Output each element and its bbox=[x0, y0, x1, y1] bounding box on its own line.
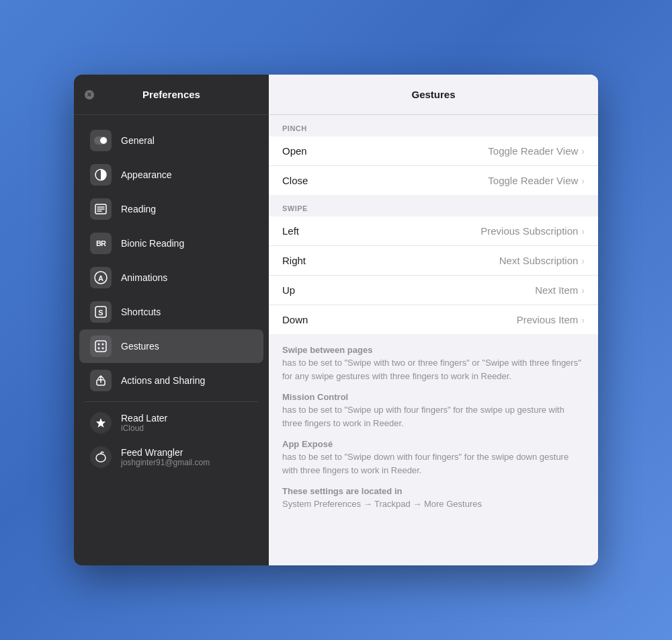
svg-text:S: S bbox=[98, 309, 103, 317]
sidebar-header: ✕ Preferences bbox=[74, 75, 269, 115]
sidebar-item-actions-sharing[interactable]: Actions and Sharing bbox=[79, 364, 263, 397]
main-header: Gestures bbox=[269, 75, 598, 115]
info-title-2: App Exposé bbox=[282, 439, 585, 449]
sidebar-item-feed-wrangler[interactable]: Feed Wrangler joshginter91@gmail.com bbox=[79, 440, 263, 474]
swipe-right-row[interactable]: Right Next Subscription › bbox=[269, 246, 598, 276]
info-text-0: has to be set to "Swipe with two or thre… bbox=[282, 356, 585, 383]
feed-wrangler-sublabel: joshginter91@gmail.com bbox=[121, 458, 210, 467]
sidebar-item-animations[interactable]: A Animations bbox=[79, 261, 263, 294]
sidebar-title: Preferences bbox=[103, 89, 239, 100]
swipe-up-value: Next Item › bbox=[535, 284, 585, 296]
swipe-right-chevron: › bbox=[581, 255, 585, 266]
info-text-2: has to be set to "Swipe down with four f… bbox=[282, 450, 585, 477]
feed-wrangler-label: Feed Wrangler bbox=[121, 447, 210, 458]
actions-sharing-label: Actions and Sharing bbox=[121, 375, 205, 386]
svg-rect-11 bbox=[95, 341, 106, 352]
swipe-rows-group: Left Previous Subscription › Right Next … bbox=[269, 216, 598, 334]
main-content: Gestures PINCH Open Toggle Reader View ›… bbox=[269, 75, 598, 565]
sidebar-item-reading[interactable]: Reading bbox=[79, 192, 263, 226]
info-block-3: These settings are located in System Pre… bbox=[282, 486, 585, 511]
reading-label: Reading bbox=[121, 204, 156, 214]
swipe-right-label: Right bbox=[282, 255, 306, 266]
info-text-1: has to be set to "Swipe up with four fin… bbox=[282, 403, 585, 430]
bionic-reading-icon: BR bbox=[90, 233, 112, 254]
svg-point-18 bbox=[96, 454, 106, 462]
sidebar-nav: General Appearance bbox=[74, 115, 269, 565]
svg-text:A: A bbox=[98, 274, 103, 282]
actions-sharing-icon bbox=[90, 370, 112, 391]
swipe-left-value: Previous Subscription › bbox=[480, 225, 585, 237]
swipe-left-row[interactable]: Left Previous Subscription › bbox=[269, 216, 598, 246]
preferences-window: ✕ Preferences General bbox=[74, 75, 598, 565]
gestures-label: Gestures bbox=[121, 341, 159, 352]
info-block-1: Mission Control has to be set to "Swipe … bbox=[282, 392, 585, 430]
svg-marker-17 bbox=[96, 418, 106, 428]
content-area: PINCH Open Toggle Reader View › Close To… bbox=[269, 115, 598, 565]
swipe-section-label: SWIPE bbox=[269, 195, 598, 216]
gestures-icon bbox=[90, 335, 112, 357]
swipe-down-value: Previous Item › bbox=[517, 314, 585, 325]
read-later-sublabel: iCloud bbox=[121, 424, 167, 433]
info-text-3: System Preferences → Trackpad → More Ges… bbox=[282, 497, 585, 511]
shortcuts-label: Shortcuts bbox=[121, 307, 161, 317]
shortcuts-icon: S bbox=[90, 301, 112, 323]
pinch-open-row[interactable]: Open Toggle Reader View › bbox=[269, 136, 598, 166]
sidebar-divider bbox=[85, 401, 258, 402]
general-icon bbox=[90, 130, 112, 151]
pinch-rows-group: Open Toggle Reader View › Close Toggle R… bbox=[269, 136, 598, 195]
info-title-1: Mission Control bbox=[282, 392, 585, 402]
swipe-left-chevron: › bbox=[581, 226, 585, 237]
svg-point-1 bbox=[100, 137, 107, 144]
animations-icon: A bbox=[90, 267, 112, 288]
main-title: Gestures bbox=[411, 89, 455, 100]
info-title-0: Swipe between pages bbox=[282, 345, 585, 355]
info-block-2: App Exposé has to be set to "Swipe down … bbox=[282, 439, 585, 477]
appearance-icon bbox=[90, 164, 112, 186]
swipe-right-value: Next Subscription › bbox=[499, 255, 585, 266]
pinch-open-chevron: › bbox=[581, 146, 585, 157]
swipe-up-label: Up bbox=[282, 284, 295, 296]
pinch-close-chevron: › bbox=[581, 175, 585, 186]
swipe-up-row[interactable]: Up Next Item › bbox=[269, 276, 598, 305]
sidebar-item-general[interactable]: General bbox=[79, 124, 263, 157]
animations-label: Animations bbox=[121, 272, 167, 283]
sidebar-item-appearance[interactable]: Appearance bbox=[79, 158, 263, 192]
read-later-icon bbox=[90, 412, 112, 434]
read-later-label: Read Later bbox=[121, 413, 167, 424]
sidebar-item-gestures[interactable]: Gestures bbox=[79, 329, 263, 363]
svg-point-12 bbox=[98, 344, 100, 346]
bionic-reading-label: Bionic Reading bbox=[121, 238, 184, 249]
sidebar: ✕ Preferences General bbox=[74, 75, 269, 565]
svg-point-14 bbox=[98, 348, 100, 350]
pinch-open-label: Open bbox=[282, 145, 307, 157]
pinch-close-label: Close bbox=[282, 175, 308, 186]
sidebar-item-read-later[interactable]: Read Later iCloud bbox=[79, 406, 263, 440]
info-title-3: These settings are located in bbox=[282, 486, 585, 496]
svg-point-15 bbox=[102, 348, 104, 350]
pinch-close-value: Toggle Reader View › bbox=[488, 175, 585, 186]
swipe-up-chevron: › bbox=[581, 285, 585, 296]
appearance-label: Appearance bbox=[121, 169, 172, 180]
swipe-down-row[interactable]: Down Previous Item › bbox=[269, 305, 598, 334]
svg-point-13 bbox=[102, 344, 104, 346]
sidebar-item-bionic-reading[interactable]: BR Bionic Reading bbox=[79, 227, 263, 260]
pinch-section-label: PINCH bbox=[269, 115, 598, 136]
close-button[interactable]: ✕ bbox=[85, 90, 94, 99]
swipe-left-label: Left bbox=[282, 225, 299, 237]
pinch-close-row[interactable]: Close Toggle Reader View › bbox=[269, 166, 598, 195]
reading-icon bbox=[90, 198, 112, 220]
general-label: General bbox=[121, 135, 155, 146]
sidebar-item-shortcuts[interactable]: S Shortcuts bbox=[79, 295, 263, 329]
feed-wrangler-icon bbox=[90, 446, 112, 468]
info-area: Swipe between pages has to be set to "Sw… bbox=[269, 334, 598, 531]
pinch-open-value: Toggle Reader View › bbox=[488, 145, 585, 157]
info-block-0: Swipe between pages has to be set to "Sw… bbox=[282, 345, 585, 383]
swipe-down-chevron: › bbox=[581, 315, 585, 325]
swipe-down-label: Down bbox=[282, 314, 308, 325]
